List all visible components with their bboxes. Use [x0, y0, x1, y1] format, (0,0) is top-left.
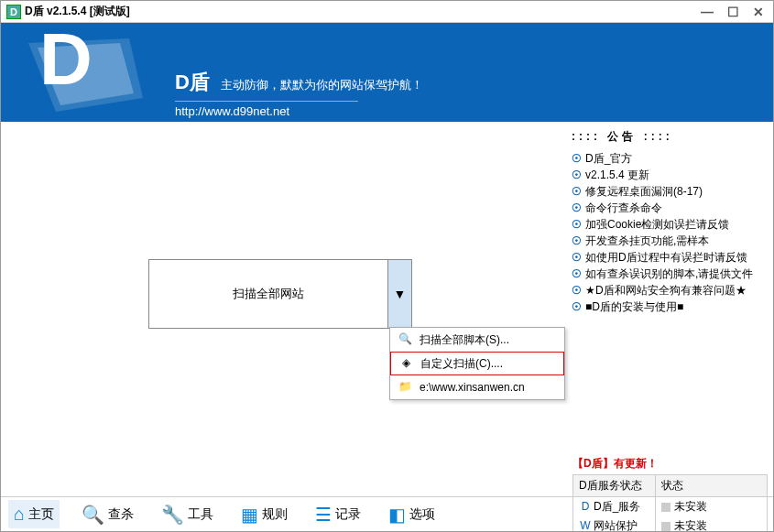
nav-tab[interactable]: ☰记录 [310, 500, 366, 529]
menu-item-icon: 🔍 [398, 332, 412, 347]
scan-context-menu: 🔍扫描全部脚本(S)...◈自定义扫描(C)....📁e:\www.xinsan… [389, 327, 565, 400]
notice-text: 开发查杀挂页功能,需样本 [585, 233, 709, 249]
notice-panel: :::: 公告 :::: ☉D盾_官方☉v2.1.5.4 更新☉修复远程桌面漏洞… [572, 129, 766, 315]
menu-item-label: e:\www.xinsanwen.cn [420, 381, 525, 394]
nav-tab[interactable]: 🔍查杀 [76, 500, 139, 529]
notice-text: 如有查杀误识别的脚本,请提供文件 [585, 266, 753, 282]
tab-label: 主页 [28, 506, 54, 523]
bullet-icon: ☉ [572, 201, 582, 214]
tab-label: 规则 [262, 506, 288, 523]
nav-tab[interactable]: ⌂主页 [8, 500, 60, 528]
menu-item-label: 扫描全部脚本(S)... [420, 332, 509, 348]
nav-tab[interactable]: ◧选项 [383, 500, 441, 529]
tab-icon: 🔍 [82, 504, 104, 526]
app-icon: D [6, 5, 21, 19]
banner-url[interactable]: http://www.d99net.net [175, 101, 358, 118]
menu-item[interactable]: ◈自定义扫描(C).... [390, 352, 564, 375]
window-title: D盾 v2.1.5.4 [测试版] [25, 4, 130, 19]
menu-item-icon: ◈ [398, 356, 413, 371]
bullet-icon: ☉ [572, 168, 582, 181]
menu-item[interactable]: 🔍扫描全部脚本(S)... [390, 328, 564, 352]
notice-item[interactable]: ☉如使用D盾过程中有误拦时请反馈 [572, 249, 766, 266]
notice-text: 命令行查杀命令 [585, 201, 662, 216]
bottom-nav: ⌂主页🔍查杀🔧工具▦规则☰记录◧选项 [1, 496, 773, 531]
scan-dropdown-button[interactable]: ▼ [387, 260, 411, 328]
notice-text: ★D盾和网站安全狗有兼容问题★ [585, 283, 747, 299]
banner-title: D盾 [175, 69, 210, 96]
notice-text: v2.1.5.4 更新 [585, 168, 649, 183]
maximize-button[interactable]: ☐ [724, 5, 742, 19]
bullet-icon: ☉ [572, 300, 582, 313]
menu-item-icon: 📁 [398, 380, 412, 395]
tab-label: 查杀 [108, 506, 134, 523]
status-header-state: 状态 [656, 475, 767, 496]
tab-icon: ▦ [241, 504, 258, 526]
logo: D [12, 27, 158, 118]
bullet-icon: ☉ [572, 284, 582, 297]
notice-item[interactable]: ☉■D盾的安装与使用■ [572, 299, 766, 315]
menu-item[interactable]: 📁e:\www.xinsanwen.cn [390, 375, 564, 399]
titlebar: D D盾 v2.1.5.4 [测试版] — ☐ ✕ [1, 1, 773, 23]
bullet-icon: ☉ [572, 218, 582, 231]
notice-text: 如使用D盾过程中有误拦时请反馈 [585, 250, 747, 266]
bullet-icon: ☉ [572, 234, 582, 247]
nav-tab[interactable]: 🔧工具 [156, 500, 219, 529]
tab-icon: ⌂ [14, 504, 25, 525]
tab-icon: 🔧 [161, 504, 184, 526]
status-header: D盾服务状态 状态 [573, 475, 767, 497]
status-header-service: D盾服务状态 [573, 475, 656, 496]
tab-icon: ◧ [388, 504, 406, 526]
window-controls: — ☐ ✕ [698, 5, 768, 19]
notice-text: ■D盾的安装与使用■ [585, 299, 683, 315]
tab-label: 工具 [188, 506, 213, 523]
notice-text: 修复远程桌面漏洞(8-17) [585, 184, 703, 200]
notice-item[interactable]: ☉★D盾和网站安全狗有兼容问题★ [572, 282, 766, 299]
banner-slogan: 主动防御，默默为你的网站保驾护航！ [221, 78, 423, 92]
bullet-icon: ☉ [572, 185, 582, 198]
main-area: 扫描全部网站 ▼ 🔍扫描全部脚本(S)...◈自定义扫描(C)....📁e:\w… [1, 122, 773, 494]
tab-icon: ☰ [315, 504, 332, 526]
bullet-icon: ☉ [572, 267, 582, 280]
notice-text: D盾_官方 [585, 151, 632, 167]
notice-text: 加强Cookie检测如误拦请反馈 [585, 217, 729, 233]
notice-item[interactable]: ☉如有查杀误识别的脚本,请提供文件 [572, 266, 766, 282]
notice-item[interactable]: ☉D盾_官方 [572, 150, 766, 167]
tab-label: 选项 [409, 506, 435, 523]
update-notice[interactable]: 【D盾】有更新！ [572, 456, 658, 472]
notice-item[interactable]: ☉v2.1.5.4 更新 [572, 167, 766, 183]
notice-item[interactable]: ☉命令行查杀命令 [572, 200, 766, 216]
menu-item-label: 自定义扫描(C).... [420, 356, 503, 372]
banner-text: D盾 主动防御，默默为你的网站保驾护航！ [175, 69, 423, 96]
scan-selector[interactable]: 扫描全部网站 ▼ [148, 259, 412, 329]
tab-label: 记录 [335, 506, 361, 523]
bullet-icon: ☉ [572, 251, 582, 264]
notice-item[interactable]: ☉加强Cookie检测如误拦请反馈 [572, 216, 766, 233]
minimize-button[interactable]: — [698, 5, 716, 19]
notice-item[interactable]: ☉修复远程桌面漏洞(8-17) [572, 183, 766, 200]
close-button[interactable]: ✕ [749, 5, 768, 19]
scan-label: 扫描全部网站 [149, 260, 387, 328]
bullet-icon: ☉ [572, 152, 582, 165]
notice-item[interactable]: ☉开发查杀挂页功能,需样本 [572, 233, 766, 249]
nav-tab[interactable]: ▦规则 [235, 500, 293, 529]
notice-header: :::: 公告 :::: [572, 129, 766, 145]
banner: D D盾 主动防御，默默为你的网站保驾护航！ http://www.d99net… [1, 23, 773, 122]
